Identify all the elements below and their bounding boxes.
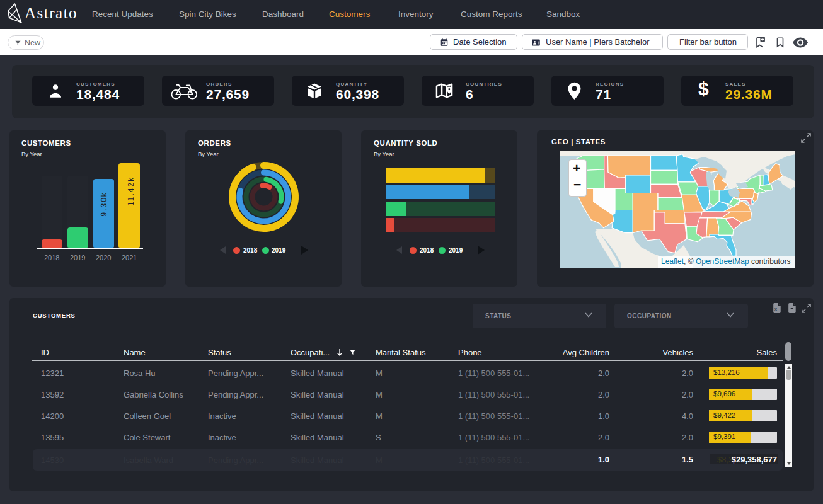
svg-text:x: x bbox=[774, 306, 777, 312]
